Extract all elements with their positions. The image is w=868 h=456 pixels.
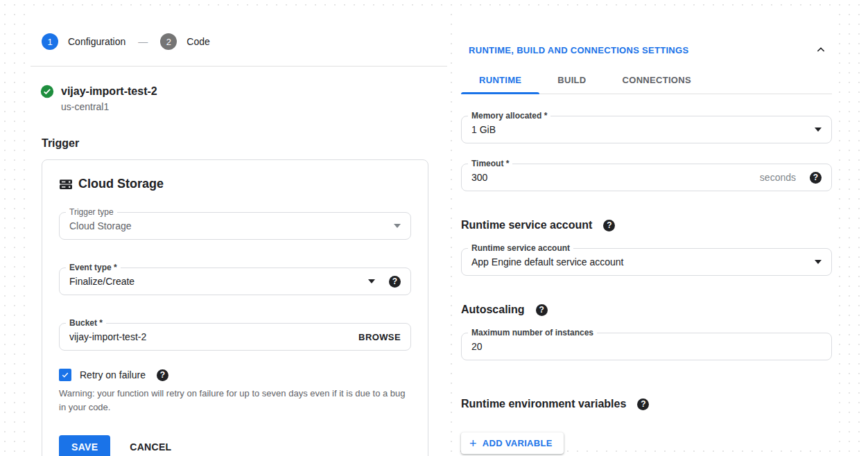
- stepper: 1 Configuration — 2 Code: [42, 33, 447, 50]
- runtime-service-account-value: App Engine default service account: [471, 256, 806, 268]
- add-variable-label: ADD VARIABLE: [483, 438, 553, 448]
- help-icon[interactable]: ?: [389, 276, 401, 288]
- retry-checkbox[interactable]: [59, 369, 71, 381]
- memory-allocated-select[interactable]: Memory allocated * 1 GiB: [461, 116, 832, 143]
- add-variable-button[interactable]: + ADD VARIABLE: [461, 432, 564, 454]
- tab-build[interactable]: BUILD: [539, 71, 604, 94]
- tab-runtime[interactable]: RUNTIME: [461, 71, 539, 94]
- trigger-card-title: Cloud Storage: [78, 177, 164, 191]
- function-region: us-central1: [61, 101, 447, 112]
- plus-icon: +: [469, 439, 477, 448]
- trigger-card: Cloud Storage Trigger type Cloud Storage…: [42, 159, 428, 456]
- max-instances-value: 20: [471, 341, 822, 352]
- tab-connections[interactable]: CONNECTIONS: [605, 71, 709, 94]
- runtime-service-account-select[interactable]: Runtime service account App Engine defau…: [461, 248, 832, 276]
- bucket-value: vijay-import-test-2: [69, 331, 358, 342]
- settings-expander-title[interactable]: RUNTIME, BUILD AND CONNECTIONS SETTINGS: [469, 45, 688, 55]
- save-button[interactable]: SAVE: [59, 435, 110, 456]
- cloud-storage-icon: [59, 177, 73, 191]
- help-icon[interactable]: ?: [810, 172, 822, 184]
- trigger-card-header: Cloud Storage: [59, 177, 411, 191]
- retry-checkbox-label[interactable]: Retry on failure: [80, 369, 146, 380]
- chevron-down-icon: [368, 279, 375, 283]
- step-separator: —: [138, 36, 148, 47]
- help-icon[interactable]: ?: [637, 398, 649, 410]
- bucket-input[interactable]: Bucket * vijay-import-test-2 BROWSE: [59, 323, 411, 351]
- help-icon[interactable]: ?: [603, 220, 615, 231]
- autoscaling-section: Autoscaling ?: [461, 304, 839, 316]
- chevron-up-icon[interactable]: [815, 44, 826, 55]
- autoscaling-heading: Autoscaling: [461, 304, 525, 316]
- check-circle-icon: [40, 85, 54, 98]
- chevron-down-icon: [815, 128, 822, 132]
- retry-checkbox-row: Retry on failure ?: [59, 369, 411, 381]
- event-type-value: Finalize/Create: [69, 276, 360, 287]
- memory-allocated-label: Memory allocated *: [468, 111, 550, 121]
- event-type-label: Event type *: [66, 263, 121, 272]
- runtime-service-account-heading: Runtime service account: [461, 219, 592, 231]
- max-instances-label: Maximum number of instances: [468, 328, 597, 337]
- trigger-type-select[interactable]: Trigger type Cloud Storage: [59, 212, 411, 240]
- trigger-section-title: Trigger: [42, 137, 447, 150]
- retry-warning-text: Warning: your function will retry on fai…: [59, 387, 411, 414]
- timeout-label: Timeout *: [468, 159, 512, 168]
- help-icon[interactable]: ?: [536, 304, 548, 316]
- settings-expander-header[interactable]: RUNTIME, BUILD AND CONNECTIONS SETTINGS: [469, 44, 826, 55]
- step-2-circle[interactable]: 2: [160, 33, 177, 50]
- step-1-circle[interactable]: 1: [42, 33, 58, 50]
- env-vars-heading: Runtime environment variables: [461, 398, 626, 410]
- help-icon[interactable]: ?: [157, 369, 168, 381]
- trigger-type-label: Trigger type: [66, 207, 117, 217]
- function-name-row: vijay-import-test-2: [40, 85, 447, 98]
- event-type-select[interactable]: Event type * Finalize/Create ?: [59, 268, 411, 295]
- runtime-service-account-label: Runtime service account: [468, 243, 573, 253]
- function-name: vijay-import-test-2: [61, 85, 157, 98]
- timeout-suffix: seconds: [760, 172, 796, 183]
- runtime-settings-panel: RUNTIME, BUILD AND CONNECTIONS SETTINGS …: [459, 6, 839, 449]
- step-2-label: Code: [186, 36, 209, 47]
- configuration-panel: 1 Configuration — 2 Code vijay-import-te…: [31, 6, 447, 452]
- max-instances-input[interactable]: Maximum number of instances 20: [461, 333, 832, 360]
- timeout-input[interactable]: Timeout * 300 seconds ?: [461, 164, 832, 191]
- timeout-value: 300: [471, 172, 752, 183]
- browse-button[interactable]: BROWSE: [358, 332, 401, 342]
- env-vars-section: Runtime environment variables ?: [461, 398, 839, 410]
- chevron-down-icon: [815, 260, 822, 264]
- cancel-button[interactable]: CANCEL: [130, 441, 171, 453]
- step-1-label: Configuration: [68, 36, 125, 47]
- chevron-down-icon: [394, 224, 401, 228]
- bucket-label: Bucket *: [66, 318, 106, 328]
- settings-tabs: RUNTIME BUILD CONNECTIONS: [461, 71, 832, 94]
- stepper-divider: [31, 66, 447, 67]
- trigger-type-value: Cloud Storage: [69, 220, 385, 231]
- trigger-actions: SAVE CANCEL: [59, 435, 411, 456]
- memory-allocated-value: 1 GiB: [471, 124, 806, 135]
- runtime-service-account-section: Runtime service account ?: [461, 219, 839, 231]
